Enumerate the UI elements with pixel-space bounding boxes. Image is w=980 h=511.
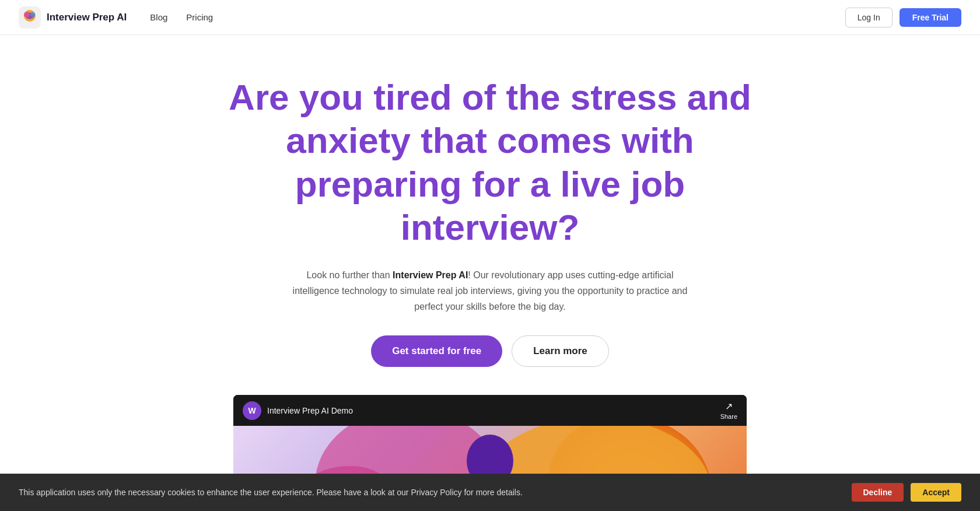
- login-button[interactable]: Log In: [845, 8, 892, 27]
- nav-blog[interactable]: Blog: [150, 12, 167, 22]
- video-avatar: W: [243, 401, 261, 420]
- cookie-banner: This application uses only the necessary…: [0, 474, 980, 511]
- video-header: W Interview Prep AI Demo ↗ Share: [233, 395, 747, 426]
- share-label: Share: [720, 413, 737, 420]
- navbar-links: Blog Pricing: [150, 12, 845, 22]
- free-trial-button[interactable]: Free Trial: [900, 8, 961, 27]
- hero-subtitle-prefix: Look no further than: [306, 270, 393, 280]
- logo-icon: [19, 6, 41, 29]
- navbar: Interview Prep AI Blog Pricing Log In Fr…: [0, 0, 980, 35]
- navbar-actions: Log In Free Trial: [845, 8, 961, 27]
- accept-button[interactable]: Accept: [911, 483, 961, 502]
- svg-point-3: [30, 12, 35, 17]
- decline-button[interactable]: Decline: [852, 483, 904, 502]
- hero-title: Are you tired of the stress and anxiety …: [228, 76, 752, 250]
- video-share-button[interactable]: ↗ Share: [720, 401, 737, 420]
- navbar-brand: Interview Prep AI: [47, 12, 127, 23]
- learn-more-button[interactable]: Learn more: [512, 335, 609, 367]
- hero-subtitle-brand: Interview Prep AI: [393, 270, 468, 280]
- get-started-button[interactable]: Get started for free: [371, 335, 502, 367]
- cookie-actions: Decline Accept: [852, 483, 962, 502]
- nav-pricing[interactable]: Pricing: [186, 12, 213, 22]
- svg-point-2: [24, 12, 30, 18]
- hero-buttons: Get started for free Learn more: [371, 335, 609, 367]
- navbar-logo: Interview Prep AI: [19, 6, 127, 29]
- hero-subtitle: Look no further than Interview Prep AI! …: [292, 267, 688, 315]
- share-icon: ↗: [725, 401, 733, 412]
- video-header-left: W Interview Prep AI Demo: [243, 401, 353, 420]
- video-title: Interview Prep AI Demo: [267, 406, 353, 415]
- cookie-text: This application uses only the necessary…: [19, 488, 833, 497]
- hero-section: Are you tired of the stress and anxiety …: [0, 35, 980, 511]
